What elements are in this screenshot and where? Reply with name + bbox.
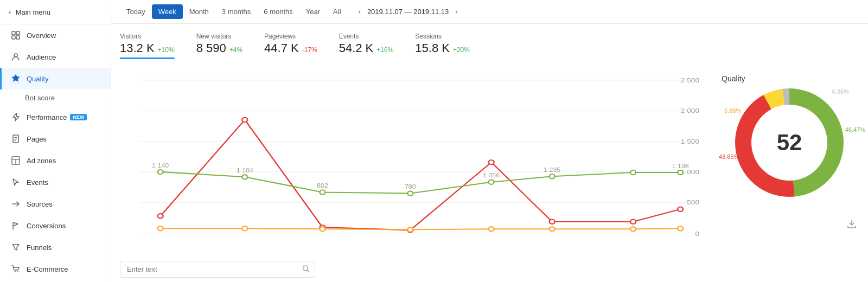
sidebar-item-conversions[interactable]: Conversions <box>0 215 111 236</box>
svg-text:2 000: 2 000 <box>681 107 699 114</box>
svg-rect-3 <box>16 36 20 39</box>
stat-sessions: Sessions 15.8 K +20% <box>415 33 470 59</box>
time-week-button[interactable]: Week <box>152 4 183 19</box>
sidebar-item-overview[interactable]: Overview <box>0 24 111 46</box>
time-month-button[interactable]: Month <box>183 4 215 19</box>
sidebar-item-pages[interactable]: Pages <box>0 128 111 150</box>
date-prev-button[interactable]: ‹ <box>354 5 365 18</box>
svg-text:1 140: 1 140 <box>152 162 169 168</box>
lightning-icon <box>10 112 21 123</box>
stat-pageviews-label: Pageviews <box>264 33 317 40</box>
sidebar-item-adzones[interactable]: Ad zones <box>0 150 111 171</box>
sidebar-item-quality[interactable]: Quality <box>0 68 111 89</box>
chart-section: 0 500 1 000 1 500 2 000 2 500 <box>111 63 716 282</box>
back-chevron-icon: ‹ <box>9 8 11 16</box>
sidebar-item-botscore[interactable]: Bot score <box>0 89 111 106</box>
date-range-label: 2019.11.07 — 2019.11.13 <box>367 8 449 16</box>
sidebar-item-ecommerce[interactable]: E-Commerce <box>0 258 111 280</box>
donut-label-green: 48.47% <box>845 126 865 133</box>
sidebar-item-events[interactable]: Events <box>0 171 111 193</box>
sidebar-item-performance[interactable]: Performance NEW <box>0 106 111 128</box>
download-icon[interactable] <box>846 219 857 231</box>
yellow-line <box>161 228 681 229</box>
sidebar-item-sources[interactable]: Sources <box>0 193 111 215</box>
yellow-point <box>320 227 325 231</box>
stat-events-value: 54.2 K +16% <box>339 41 394 55</box>
sidebar-item-audience[interactable]: Audience <box>0 46 111 68</box>
yellow-point <box>630 227 636 231</box>
stat-sessions-label: Sessions <box>415 33 470 40</box>
svg-text:1 056: 1 056 <box>483 172 500 178</box>
svg-text:1 104: 1 104 <box>237 168 254 174</box>
file-icon <box>10 133 21 144</box>
main-menu-label: Main menu <box>16 8 50 16</box>
sidebar: ‹ Main menu Overview Audience <box>0 0 111 282</box>
green-line <box>161 172 681 194</box>
stat-visitors-value: 13.2 K +10% <box>120 41 175 55</box>
svg-line-45 <box>308 270 310 272</box>
main-menu-button[interactable]: ‹ Main menu <box>0 0 111 24</box>
time-all-button[interactable]: All <box>327 4 347 19</box>
sidebar-item-shareexport[interactable]: Share and export <box>0 280 111 282</box>
svg-point-12 <box>15 271 16 272</box>
svg-text:1 235: 1 235 <box>544 167 560 173</box>
svg-text:1 198: 1 198 <box>672 163 689 169</box>
stat-visitors-change: +10% <box>158 46 175 54</box>
svg-point-4 <box>14 54 17 57</box>
line-chart: 0 500 1 000 1 500 2 000 2 500 <box>120 69 707 239</box>
red-point <box>550 220 555 224</box>
botscore-label: Bot score <box>25 94 55 102</box>
green-point <box>630 170 636 175</box>
red-point <box>678 207 683 211</box>
svg-text:2019.11.10: 2019.11.10 <box>393 238 427 239</box>
time-today-button[interactable]: Today <box>120 4 152 19</box>
yellow-point <box>678 226 683 230</box>
audience-label: Audience <box>27 53 56 61</box>
stat-newvisitors-change: +4% <box>229 46 242 54</box>
time-6months-button[interactable]: 6 months <box>257 4 299 19</box>
svg-text:802: 802 <box>317 183 328 189</box>
time-year-button[interactable]: Year <box>299 4 327 19</box>
arrow-icon <box>10 198 21 209</box>
pages-label: Pages <box>27 135 47 143</box>
svg-text:780: 780 <box>405 184 416 190</box>
time-toolbar: Today Week Month 3 months 6 months Year … <box>111 0 868 24</box>
svg-text:2019.11.08: 2019.11.08 <box>228 238 261 239</box>
flag-icon <box>10 220 21 231</box>
time-3months-button[interactable]: 3 months <box>215 4 257 19</box>
date-next-button[interactable]: › <box>451 5 462 18</box>
red-line <box>161 120 681 230</box>
cart-icon <box>10 264 21 274</box>
stat-visitors-label: Visitors <box>120 33 175 40</box>
cursor-icon <box>10 177 21 188</box>
sources-label: Sources <box>27 200 53 208</box>
svg-text:0: 0 <box>695 230 699 238</box>
stat-events-label: Events <box>339 33 394 40</box>
search-button[interactable] <box>302 265 310 274</box>
svg-rect-1 <box>16 31 20 35</box>
green-point <box>242 175 247 179</box>
sidebar-item-funnels[interactable]: Funnels <box>0 236 111 258</box>
star-icon <box>10 73 21 84</box>
green-point <box>550 174 555 178</box>
green-point <box>407 191 413 195</box>
svg-text:2019.11.07: 2019.11.07 <box>144 238 177 239</box>
yellow-point <box>550 227 555 231</box>
svg-text:2019.11.13: 2019.11.13 <box>663 238 697 239</box>
date-range-control: ‹ 2019.11.07 — 2019.11.13 › <box>354 5 462 18</box>
stat-events-change: +16% <box>376 46 393 54</box>
red-point <box>489 160 494 164</box>
new-badge: NEW <box>70 114 87 120</box>
donut-inner: 52 <box>751 105 827 181</box>
svg-text:1 500: 1 500 <box>681 138 699 145</box>
conversions-label: Conversions <box>27 222 66 230</box>
stat-pageviews: Pageviews 44.7 K -17% <box>264 33 317 59</box>
search-bar <box>111 257 324 282</box>
red-point <box>158 214 163 218</box>
green-point <box>678 170 683 175</box>
svg-rect-2 <box>12 36 15 39</box>
stat-events: Events 54.2 K +16% <box>339 33 394 59</box>
search-input[interactable] <box>120 261 315 278</box>
quality-label: Quality <box>27 75 48 83</box>
stat-pageviews-change: -17% <box>302 46 317 54</box>
